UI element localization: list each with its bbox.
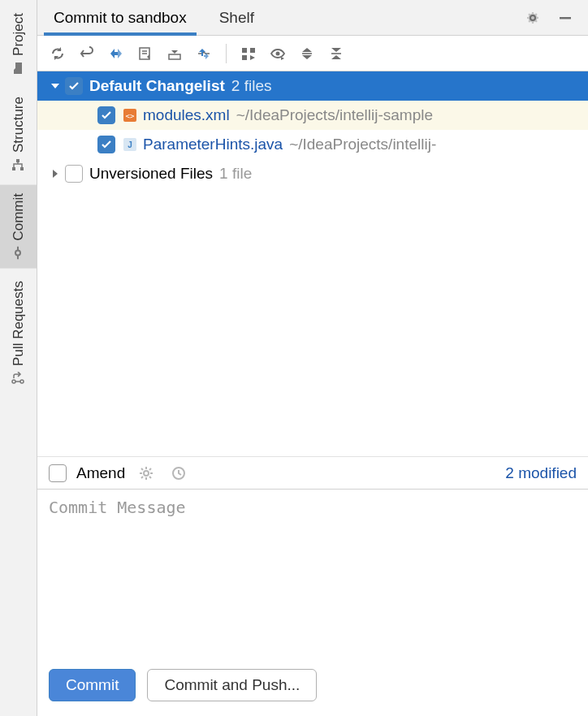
svg-rect-15 xyxy=(242,55,247,60)
tab-shelf[interactable]: Shelf xyxy=(203,0,270,35)
tool-label: Pull Requests xyxy=(11,281,27,366)
check-icon xyxy=(101,110,112,121)
diff-icon xyxy=(108,45,124,62)
svg-point-7 xyxy=(21,380,24,383)
svg-text:J: J xyxy=(128,140,132,149)
toolbar-separator xyxy=(226,44,227,63)
collapse-icon xyxy=(328,45,344,62)
java-file-icon: J xyxy=(122,136,138,153)
amend-label: Amend xyxy=(76,464,125,482)
chevron-down-icon xyxy=(50,80,61,92)
file-path: ~/IdeaProjects/intellij- xyxy=(289,136,436,153)
file-name: modules.xml xyxy=(143,106,230,124)
unshelve-icon xyxy=(196,45,212,62)
svg-rect-17 xyxy=(302,53,312,54)
history-button[interactable] xyxy=(167,462,190,485)
svg-rect-0 xyxy=(13,167,16,170)
group-icon xyxy=(240,45,257,62)
amend-bar: Amend 2 modified xyxy=(37,456,588,489)
expand-icon xyxy=(299,45,315,62)
refresh-button[interactable] xyxy=(45,41,70,66)
gear-icon xyxy=(138,465,154,481)
svg-point-6 xyxy=(13,380,16,383)
tool-label: Commit xyxy=(11,193,27,241)
svg-rect-2 xyxy=(17,159,20,162)
tab-label: Shelf xyxy=(219,9,254,27)
svg-rect-13 xyxy=(242,48,247,53)
commit-button[interactable]: Commit xyxy=(49,669,136,701)
changelist-checkbox[interactable] xyxy=(65,77,83,95)
check-icon xyxy=(68,80,80,92)
unversioned-label: Unversioned Files xyxy=(89,165,213,183)
tool-commit[interactable]: Commit xyxy=(0,185,37,269)
tabs-bar: Commit to sandbox Shelf xyxy=(37,0,588,36)
history-icon xyxy=(171,465,187,481)
changelist-node[interactable]: Default Changelist 2 files xyxy=(37,71,588,101)
shelve-icon xyxy=(166,45,183,62)
tool-label: Project xyxy=(11,13,27,56)
refresh-icon xyxy=(50,45,66,62)
file-path: ~/IdeaProjects/intellij-sample xyxy=(236,106,433,124)
changelist-count: 2 files xyxy=(231,77,272,95)
commit-buttons: Commit Commit and Push... xyxy=(37,659,588,716)
svg-rect-1 xyxy=(21,167,24,170)
changelist-icon xyxy=(137,45,153,62)
diff-button[interactable] xyxy=(104,41,128,66)
tab-label: Commit to sandbox xyxy=(54,9,187,27)
file-row[interactable]: J ParameterHints.java ~/IdeaProjects/int… xyxy=(37,130,588,159)
file-row[interactable]: <> modules.xml ~/IdeaProjects/intellij-s… xyxy=(37,101,588,130)
commit-icon xyxy=(11,245,26,260)
svg-rect-18 xyxy=(331,53,341,54)
folder-icon xyxy=(11,61,26,75)
minimize-button[interactable] xyxy=(554,6,577,29)
expand-arrow[interactable] xyxy=(47,166,63,182)
svg-point-23 xyxy=(144,471,149,476)
structure-icon xyxy=(11,157,26,172)
unshelve-button[interactable] xyxy=(192,41,216,66)
commit-and-push-button[interactable]: Commit and Push... xyxy=(147,669,317,701)
view-button[interactable] xyxy=(266,41,290,66)
svg-text:<>: <> xyxy=(126,112,135,120)
svg-rect-14 xyxy=(250,48,255,53)
pull-request-icon xyxy=(11,371,26,386)
commit-options-button[interactable] xyxy=(135,462,158,485)
file-name: ParameterHints.java xyxy=(143,136,283,153)
commit-panel: Commit to sandbox Shelf xyxy=(37,0,588,716)
tool-label: Structure xyxy=(11,97,27,153)
expand-arrow[interactable] xyxy=(47,78,63,94)
unversioned-checkbox[interactable] xyxy=(65,165,83,183)
tool-project[interactable]: Project xyxy=(0,5,37,84)
commit-message-area xyxy=(37,489,588,659)
unversioned-node[interactable]: Unversioned Files 1 file xyxy=(37,159,588,188)
changelist-button[interactable] xyxy=(133,41,158,66)
shelve-button[interactable] xyxy=(162,41,187,66)
unversioned-count: 1 file xyxy=(219,165,252,183)
rollback-button[interactable] xyxy=(75,41,99,66)
svg-rect-8 xyxy=(560,17,571,19)
eye-icon xyxy=(270,45,286,62)
modified-link[interactable]: 2 modified xyxy=(505,464,577,482)
check-icon xyxy=(101,139,112,150)
button-label: Commit and Push... xyxy=(164,676,300,694)
amend-checkbox[interactable] xyxy=(49,464,67,482)
commit-toolbar xyxy=(37,36,588,71)
chevron-right-icon xyxy=(50,168,61,179)
group-button[interactable] xyxy=(236,41,261,66)
changelist-name: Default Changelist xyxy=(89,77,225,95)
minimize-icon xyxy=(557,10,573,26)
tool-pull-requests[interactable]: Pull Requests xyxy=(0,273,37,394)
svg-point-3 xyxy=(16,250,21,255)
settings-button[interactable] xyxy=(521,6,544,29)
svg-rect-12 xyxy=(169,54,180,59)
collapse-all-button[interactable] xyxy=(324,41,348,66)
changes-tree: Default Changelist 2 files <> modules.xm… xyxy=(37,71,588,456)
file-checkbox[interactable] xyxy=(97,106,115,124)
left-tool-stripe: Project Structure Commit Pull Requests xyxy=(0,0,37,716)
tool-structure[interactable]: Structure xyxy=(0,88,37,180)
svg-point-16 xyxy=(276,51,280,55)
tab-commit-to-sandbox[interactable]: Commit to sandbox xyxy=(37,0,203,35)
xml-file-icon: <> xyxy=(122,107,138,123)
commit-message-input[interactable] xyxy=(49,498,577,651)
file-checkbox[interactable] xyxy=(97,136,115,153)
expand-all-button[interactable] xyxy=(295,41,319,66)
